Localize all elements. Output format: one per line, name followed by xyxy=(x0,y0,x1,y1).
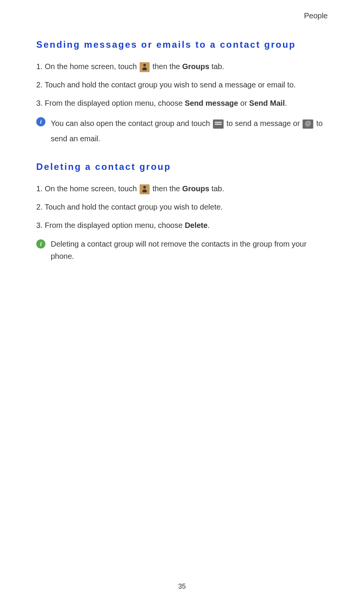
step-text: From the displayed option menu, choose xyxy=(45,99,185,107)
step-number: 3. xyxy=(36,221,43,229)
step-3: 3. From the displayed option menu, choos… xyxy=(36,97,328,109)
info-text-part: You can also open the contact group and … xyxy=(51,119,212,128)
info-icon: i xyxy=(36,239,45,249)
info-tip: i You can also open the contact group an… xyxy=(36,116,328,146)
step-3: 3. From the displayed option menu, choos… xyxy=(36,219,328,231)
heading-sending-messages: Sending messages or emails to a contact … xyxy=(36,39,328,50)
section-sending-messages: Sending messages or emails to a contact … xyxy=(36,39,328,146)
contacts-icon xyxy=(140,62,150,72)
groups-tab-label: Groups xyxy=(182,184,209,193)
section-deleting-group: Deleting a contact group 1. On the home … xyxy=(36,161,328,262)
step-number: 3. xyxy=(36,99,43,107)
step-text: or xyxy=(238,99,249,107)
contacts-icon xyxy=(140,184,150,194)
heading-deleting-group: Deleting a contact group xyxy=(36,161,328,172)
step-number: 2. xyxy=(36,81,43,89)
step-text: then the xyxy=(153,184,182,193)
send-message-label: Send message xyxy=(185,99,238,107)
step-text: On the home screen, touch xyxy=(45,184,139,193)
step-text: From the displayed option menu, choose xyxy=(45,221,185,229)
step-number: 1. xyxy=(36,62,43,71)
info-note: i Deleting a contact group will not remo… xyxy=(36,238,328,262)
info-text: You can also open the contact group and … xyxy=(51,116,328,146)
step-text: tab. xyxy=(209,184,224,193)
step-2: 2. Touch and hold the contact group you … xyxy=(36,79,328,90)
step-text: tab. xyxy=(209,62,224,71)
delete-label: Delete xyxy=(185,221,208,229)
step-2: 2. Touch and hold the contact group you … xyxy=(36,201,328,213)
step-text: . xyxy=(285,99,287,107)
step-1: 1. On the home screen, touch then the Gr… xyxy=(36,61,328,72)
menu-icon xyxy=(213,119,224,129)
step-text: On the home screen, touch xyxy=(45,62,139,71)
info-icon: i xyxy=(36,117,45,126)
send-mail-label: Send Mail xyxy=(249,99,285,107)
step-number: 2. xyxy=(36,203,43,211)
step-text: Touch and hold the contact group you wis… xyxy=(45,203,223,211)
email-icon xyxy=(303,119,313,129)
step-1: 1. On the home screen, touch then the Gr… xyxy=(36,183,328,194)
header-section-title: People xyxy=(36,11,328,20)
page-number: 35 xyxy=(178,583,186,591)
info-text: Deleting a contact group will not remove… xyxy=(51,238,328,262)
step-text: Touch and hold the contact group you wis… xyxy=(45,81,296,89)
step-number: 1. xyxy=(36,184,43,193)
step-text: . xyxy=(208,221,210,229)
step-text: then the xyxy=(153,62,182,71)
groups-tab-label: Groups xyxy=(182,62,209,71)
info-text-part: to send a message or xyxy=(226,119,302,128)
